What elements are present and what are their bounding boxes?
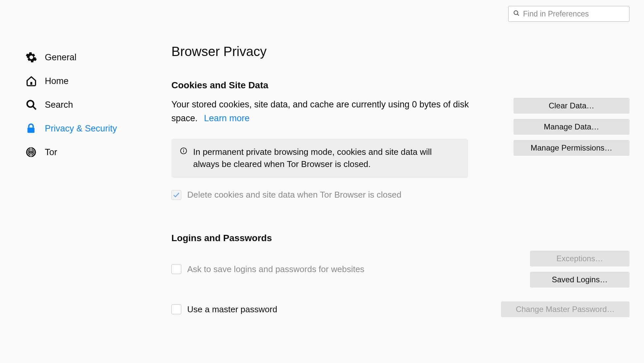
info-box: In permanent private browsing mode, cook… [171,139,468,178]
master-password-label: Use a master password [187,304,277,315]
main-content: Browser Privacy Cookies and Site Data Yo… [129,0,644,363]
svg-point-3 [27,100,34,107]
info-icon [180,147,187,156]
exceptions-button: Exceptions… [530,251,629,266]
clear-data-button[interactable]: Clear Data… [513,98,629,114]
search-icon [26,99,40,110]
tor-icon [26,147,40,157]
gear-icon [26,52,40,63]
change-master-password-button: Change Master Password… [501,301,629,317]
svg-line-4 [33,106,36,110]
logins-heading: Logins and Passwords [171,233,629,243]
sidebar-item-label: Home [45,76,69,86]
ask-save-label: Ask to save logins and passwords for web… [187,264,365,274]
sidebar-item-home[interactable]: Home [26,69,129,93]
svg-point-11 [183,149,184,150]
delete-cookies-label: Delete cookies and site data when Tor Br… [187,190,401,200]
delete-cookies-row: Delete cookies and site data when Tor Br… [171,190,481,200]
search-icon [513,10,520,18]
svg-rect-2 [30,82,32,85]
sidebar-item-tor[interactable]: Tor [26,140,129,164]
manage-permissions-button[interactable]: Manage Permissions… [513,140,629,156]
logins-section: Logins and Passwords Ask to save logins … [171,233,629,317]
sidebar-item-general[interactable]: General [26,45,129,69]
sidebar-item-search[interactable]: Search [26,93,129,117]
delete-cookies-checkbox [171,190,181,200]
search-input[interactable] [523,10,625,18]
sidebar-item-privacy-security[interactable]: Privacy & Security [26,117,129,140]
master-password-checkbox[interactable] [171,304,181,314]
sidebar-item-label: Search [45,100,73,110]
cookies-description: Your stored cookies, site data, and cach… [171,98,481,126]
ask-save-checkbox[interactable] [171,264,181,274]
svg-rect-5 [27,127,34,133]
lock-icon [26,123,40,134]
sidebar-item-label: General [45,52,76,63]
sidebar-item-label: Privacy & Security [45,124,117,134]
svg-point-0 [514,11,518,15]
cookies-heading: Cookies and Site Data [171,80,629,91]
manage-data-button[interactable]: Manage Data… [513,119,629,135]
sidebar: General Home Search [0,0,129,363]
sidebar-item-label: Tor [45,147,57,157]
info-text: In permanent private browsing mode, cook… [193,146,459,171]
saved-logins-button[interactable]: Saved Logins… [530,272,629,288]
search-bar[interactable] [508,6,629,22]
svg-line-1 [517,14,519,16]
learn-more-link[interactable]: Learn more [204,113,249,123]
cookies-section: Cookies and Site Data Your stored cookie… [171,80,629,200]
home-icon [26,75,40,87]
page-title: Browser Privacy [171,44,629,59]
